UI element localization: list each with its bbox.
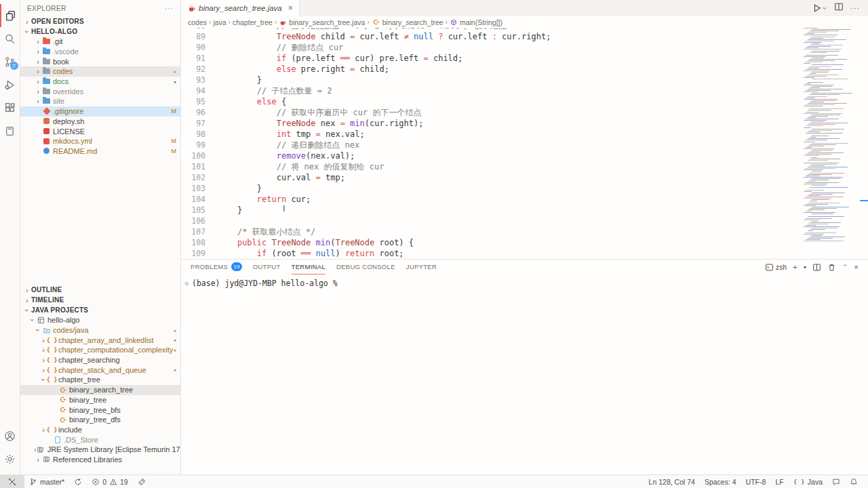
code-line-104: return cur; [218,194,551,205]
tree-item-include[interactable]: ›{ }include [20,425,180,435]
language-mode[interactable]: { } Java [789,475,827,488]
cursor-position[interactable]: Ln 128, Col 74 [644,475,700,488]
overview-ruler-marker [860,200,868,201]
tree-item-.git[interactable]: ›.git [20,37,180,47]
tree-item-chapter_array_and_linkedlist[interactable]: ›{ }chapter_array_and_linkedlist● [20,335,180,345]
tree-item-.gitignore[interactable]: .gitignoreM [20,106,180,117]
rocket-status-icon[interactable] [133,475,151,488]
tree-item-jresystemlibraryeclipsetemurin1717....[interactable]: ›JRE System Library [Eclipse Temurin 17 … [20,445,180,455]
sync-button[interactable] [69,475,87,488]
breadcrumb-separator: › [367,18,369,26]
panel-tab-debug-console[interactable]: DEBUG CONSOLE [336,260,395,274]
tree-item-chapter_stack_and_queue[interactable]: ›{ }chapter_stack_and_queue● [20,365,180,375]
terminal[interactable]: (base) jyd@JYD-MBP hello-algo % [181,274,868,474]
tree-item-chapter_computational_complexity[interactable]: ›{ }chapter_computational_complexity● [20,345,180,355]
tree-item-codes[interactable]: ›codes● [20,66,180,77]
remote-indicator[interactable] [0,475,24,488]
explorer-icon[interactable] [0,4,20,27]
section-java-projects[interactable]: › JAVA PROJECTS [20,305,180,315]
breadcrumb-label: main(String[]) [460,18,502,26]
account-icon[interactable] [0,424,20,447]
tree-item-chapter_searching[interactable]: ›{ }chapter_searching [20,355,180,365]
tree-item-hello-algo[interactable]: ›hello-algo [20,315,180,325]
tree-item-binary_tree[interactable]: binary_tree [20,395,180,405]
tree-item-binary_tree_dfs[interactable]: binary_tree_dfs [20,415,180,425]
search-icon[interactable] [0,27,20,50]
breadcrumb-item[interactable]: binary_search_tree [372,18,443,26]
breadcrumb-item[interactable]: codes [188,18,207,26]
breadcrumb-item[interactable]: java [213,18,226,26]
close-panel-icon[interactable]: × [854,263,859,271]
section-outline[interactable]: › OUTLINE [20,285,180,295]
problems-status[interactable]: 0 19 [87,475,133,488]
tree-item-deploy.sh[interactable]: deploy.sh [20,117,180,127]
more-actions-icon[interactable]: ··· [850,4,860,12]
feedback-icon[interactable] [827,475,845,488]
encoding-setting[interactable]: UTF-8 [741,475,771,488]
panel-tab-problems[interactable]: PROBLEMS19 [191,260,242,274]
tree-item-codesjava[interactable]: ›codes/java● [20,325,180,336]
split-editor-icon[interactable] [834,2,844,14]
run-file-button[interactable] [812,3,827,13]
section-root-folder[interactable]: › HELLO-ALGO [20,26,180,37]
tab-binary-search-tree-java[interactable]: binary_search_tree.java × [181,0,300,16]
panel-tab-terminal[interactable]: TERMINAL [292,260,326,274]
tree-item-chapter_tree[interactable]: ›{ }chapter_tree [20,375,180,385]
tree-item-site[interactable]: ›site [20,96,180,106]
tree-item-overrides[interactable]: ›overrides [20,86,180,96]
package-icon: { } [47,357,56,364]
code-line-96: // 获取中序遍历中 cur 的下一个结点 [218,107,551,118]
tree-item-mkdocs.yml[interactable]: mkdocs.ymlM [20,136,180,146]
tree-item-docs[interactable]: ›docs● [20,77,180,87]
folder-icon [42,87,51,95]
tree-item-readme.md[interactable]: README.mdM [20,146,180,157]
code-line-108: public TreeNode min(TreeNode root) { [218,237,551,248]
tree-item-binary_search_tree[interactable]: binary_search_tree [20,385,180,395]
notifications-bell-icon[interactable] [845,475,863,488]
new-terminal-icon[interactable]: + [793,263,797,271]
breadcrumb-item[interactable]: binary_search_tree.java [279,18,365,26]
command-decoration-icon[interactable] [185,282,189,285]
tree-item-book[interactable]: ›book [20,56,180,66]
split-terminal-icon[interactable] [812,263,821,272]
tree-item-.ds_store[interactable]: .DS_Store [20,434,180,445]
tree-item-label: chapter_tree [58,375,100,384]
tab-close-icon[interactable]: × [288,3,293,13]
tree-item-referencedlibraries[interactable]: ›Referenced Libraries [20,455,180,465]
terminal-dropdown-icon[interactable]: ▾ [804,264,806,270]
panel-actions: zsh+▾⌃× [765,263,868,272]
chevron-right-icon: › [34,67,42,75]
git-branch-status[interactable]: master* [24,475,69,488]
eol-setting[interactable]: LF [770,475,788,488]
maximize-panel-icon[interactable]: ⌃ [842,264,848,270]
indentation-setting[interactable]: Spaces: 4 [700,475,741,488]
tree-item-label: LICENSE [53,127,85,136]
folder-icon [42,98,51,105]
panel-tab-output[interactable]: OUTPUT [253,260,281,274]
overview-ruler[interactable] [861,28,868,259]
terminal-shell-selector[interactable]: zsh [765,263,787,272]
breadcrumb-item[interactable]: chapter_tree [233,18,273,26]
section-timeline[interactable]: › TIMELINE [20,295,180,305]
tree-item-label: binary_search_tree [69,386,133,394]
minimap[interactable] [804,28,861,259]
extensions-icon[interactable] [0,96,20,119]
tree-item-license[interactable]: LICENSE [20,126,180,136]
breadcrumb-item[interactable]: main(String[]) [450,18,502,26]
code-line-99: // 递归删除结点 nex [218,140,551,150]
notebook-icon[interactable] [0,119,20,142]
code-content[interactable]: // 当子结点数量 = 0 / 1 时，child = null / 该子结点 … [205,28,551,259]
code-editor[interactable]: 8889909192939495969798991001011021031041… [181,28,868,259]
error-count: 0 [102,478,106,486]
source-control-icon[interactable]: 7 [0,50,20,73]
run-debug-icon[interactable] [0,73,20,96]
tree-item-.vscode[interactable]: ›.vscode [20,47,180,57]
section-open-editors[interactable]: › OPEN EDITORS [20,16,180,26]
explorer-more-actions-icon[interactable]: ··· [165,5,174,12]
tree-item-binary_tree_bfs[interactable]: binary_tree_bfs [20,405,180,415]
code-line-106 [218,216,551,226]
settings-gear-icon[interactable] [0,447,20,470]
panel-tab-jupyter[interactable]: JUPYTER [406,260,437,274]
class-icon [58,406,67,413]
kill-terminal-trash-icon[interactable] [827,263,836,272]
